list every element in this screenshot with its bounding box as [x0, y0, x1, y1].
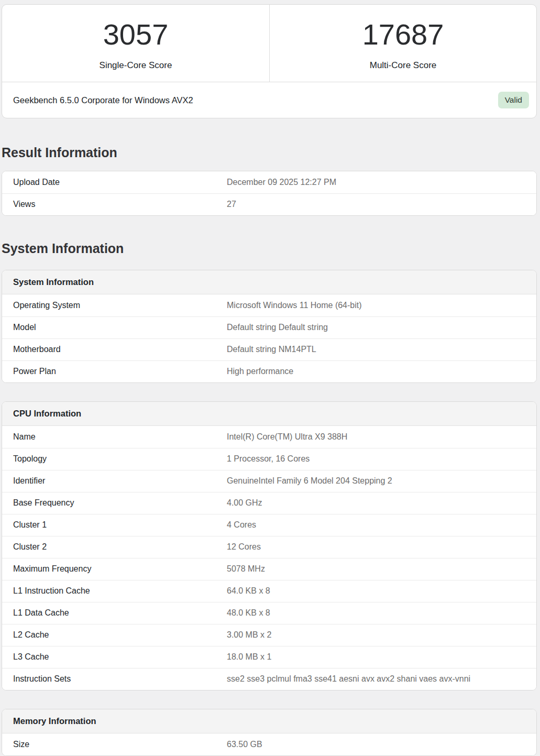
table-row: L1 Data Cache 48.0 KB x 8: [2, 602, 536, 624]
row-value: High performance: [227, 367, 536, 376]
row-value: sse2 sse3 pclmul fma3 sse41 aesni avx av…: [227, 674, 536, 684]
row-label: Cluster 1: [2, 520, 227, 530]
row-label: Power Plan: [2, 367, 227, 376]
row-value: Intel(R) Core(TM) Ultra X9 388H: [227, 432, 536, 442]
table-row: Maximum Frequency 5078 MHz: [2, 558, 536, 580]
row-value: Default string Default string: [227, 323, 536, 332]
system-information-heading: System Information: [2, 241, 537, 256]
table-row: Operating System Microsoft Windows 11 Ho…: [2, 294, 536, 316]
score-summary-card: 3057 Single-Core Score 17687 Multi-Core …: [2, 4, 537, 118]
row-value: 1 Processor, 16 Cores: [227, 454, 536, 464]
result-information-card: Upload Date December 09 2025 12:27 PM Vi…: [2, 171, 537, 216]
table-row: Base Frequency 4.00 GHz: [2, 492, 536, 514]
table-row: Views 27: [2, 193, 536, 215]
scores-row: 3057 Single-Core Score 17687 Multi-Core …: [2, 5, 536, 82]
row-label: L3 Cache: [2, 652, 227, 662]
row-value: December 09 2025 12:27 PM: [227, 178, 536, 187]
table-row: Model Default string Default string: [2, 316, 536, 338]
table-row: Topology 1 Processor, 16 Cores: [2, 448, 536, 470]
row-value: 63.50 GB: [227, 740, 536, 749]
row-label: Motherboard: [2, 345, 227, 354]
single-core-score-cell: 3057 Single-Core Score: [2, 5, 269, 82]
row-label: Size: [2, 740, 227, 749]
row-value: 5078 MHz: [227, 564, 536, 574]
benchmark-version-row: Geekbench 6.5.0 Corporate for Windows AV…: [2, 82, 536, 118]
row-label: Identifier: [2, 476, 227, 486]
cpu-information-card: CPU Information Name Intel(R) Core(TM) U…: [2, 401, 537, 691]
table-row: Cluster 2 12 Cores: [2, 536, 536, 558]
table-row: Identifier GenuineIntel Family 6 Model 2…: [2, 470, 536, 492]
multi-core-score-cell: 17687 Multi-Core Score: [269, 5, 536, 82]
row-label: Topology: [2, 454, 227, 464]
table-row: Size 63.50 GB: [2, 733, 536, 755]
table-row: L2 Cache 3.00 MB x 2: [2, 624, 536, 646]
table-row: L3 Cache 18.0 MB x 1: [2, 646, 536, 668]
row-value: 27: [227, 200, 536, 209]
row-label: Cluster 2: [2, 542, 227, 552]
row-label: Model: [2, 323, 227, 332]
row-label: Operating System: [2, 301, 227, 310]
card-title: Memory Information: [2, 709, 536, 733]
single-core-score-value: 3057: [2, 20, 269, 49]
row-label: Name: [2, 432, 227, 442]
memory-information-card: Memory Information Size 63.50 GB: [2, 709, 537, 756]
table-row: Power Plan High performance: [2, 360, 536, 382]
row-value: 64.0 KB x 8: [227, 586, 536, 596]
result-information-heading: Result Information: [2, 145, 537, 160]
table-row: L1 Instruction Cache 64.0 KB x 8: [2, 580, 536, 602]
table-row: Motherboard Default string NM14PTL: [2, 338, 536, 360]
system-information-card: System Information Operating System Micr…: [2, 270, 537, 383]
row-value: 18.0 MB x 1: [227, 652, 536, 662]
row-value: 4 Cores: [227, 520, 536, 530]
row-label: Maximum Frequency: [2, 564, 227, 574]
row-value: 3.00 MB x 2: [227, 630, 536, 640]
table-row: Cluster 1 4 Cores: [2, 514, 536, 536]
single-core-score-label: Single-Core Score: [2, 60, 269, 71]
multi-core-score-label: Multi-Core Score: [270, 60, 536, 71]
multi-core-score-value: 17687: [270, 20, 536, 49]
valid-badge: Valid: [498, 92, 529, 108]
row-value: GenuineIntel Family 6 Model 204 Stepping…: [227, 476, 536, 486]
row-value: Microsoft Windows 11 Home (64-bit): [227, 301, 536, 310]
table-row: Instruction Sets sse2 sse3 pclmul fma3 s…: [2, 668, 536, 690]
page: 3057 Single-Core Score 17687 Multi-Core …: [2, 4, 537, 756]
row-label: Base Frequency: [2, 498, 227, 508]
row-label: Upload Date: [2, 178, 227, 187]
row-label: Instruction Sets: [2, 674, 227, 684]
benchmark-version-text: Geekbench 6.5.0 Corporate for Windows AV…: [13, 95, 193, 105]
row-label: Views: [2, 200, 227, 209]
card-title: System Information: [2, 270, 536, 294]
row-value: 48.0 KB x 8: [227, 608, 536, 618]
row-label: L2 Cache: [2, 630, 227, 640]
row-label: L1 Data Cache: [2, 608, 227, 618]
row-value: 4.00 GHz: [227, 498, 536, 508]
card-title: CPU Information: [2, 402, 536, 426]
row-value: 12 Cores: [227, 542, 536, 552]
row-value: Default string NM14PTL: [227, 345, 536, 354]
table-row: Name Intel(R) Core(TM) Ultra X9 388H: [2, 426, 536, 448]
row-label: L1 Instruction Cache: [2, 586, 227, 596]
table-row: Upload Date December 09 2025 12:27 PM: [2, 171, 536, 193]
